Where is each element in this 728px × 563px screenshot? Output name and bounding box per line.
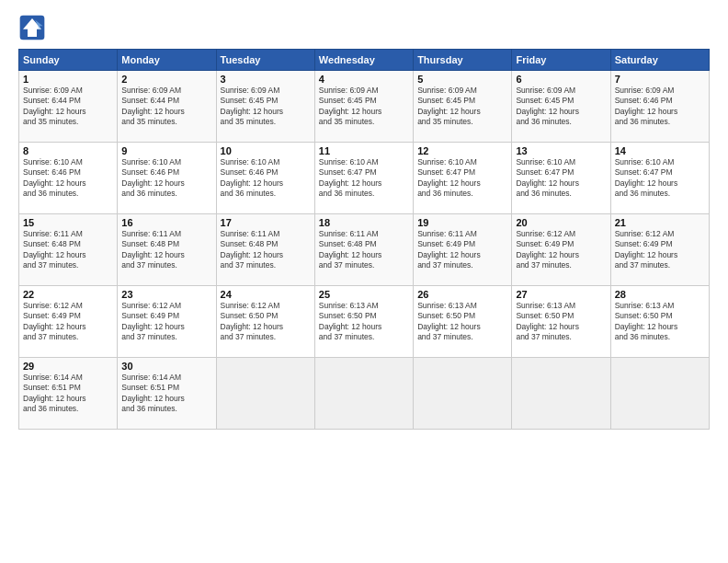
table-cell-24: 24 Sunrise: 6:12 AM Sunset: 6:50 PM Dayl…	[216, 286, 314, 358]
day-info: Sunrise: 6:14 AM Sunset: 6:51 PM Dayligh…	[23, 373, 113, 415]
logo-icon	[18, 14, 46, 41]
day-info: Sunrise: 6:09 AM Sunset: 6:44 PM Dayligh…	[23, 86, 113, 128]
table-cell-22: 22 Sunrise: 6:12 AM Sunset: 6:49 PM Dayl…	[19, 286, 118, 358]
table-cell-23: 23 Sunrise: 6:12 AM Sunset: 6:49 PM Dayl…	[118, 286, 216, 358]
table-cell-14: 14 Sunrise: 6:10 AM Sunset: 6:47 PM Dayl…	[610, 143, 709, 214]
table-cell-13: 13 Sunrise: 6:10 AM Sunset: 6:47 PM Dayl…	[512, 143, 610, 214]
day-number: 2	[121, 74, 211, 85]
day-number: 19	[417, 217, 507, 228]
day-number: 6	[516, 74, 606, 85]
day-info: Sunrise: 6:10 AM Sunset: 6:46 PM Dayligh…	[23, 157, 113, 200]
day-number: 30	[121, 361, 211, 372]
day-info: Sunrise: 6:12 AM Sunset: 6:49 PM Dayligh…	[121, 301, 211, 343]
table-cell-9: 9 Sunrise: 6:10 AM Sunset: 6:46 PM Dayli…	[118, 143, 216, 214]
table-cell-1: 1 Sunrise: 6:09 AM Sunset: 6:44 PM Dayli…	[19, 71, 118, 143]
table-cell-7: 7 Sunrise: 6:09 AM Sunset: 6:46 PM Dayli…	[610, 71, 709, 143]
table-cell-19: 19 Sunrise: 6:11 AM Sunset: 6:49 PM Dayl…	[414, 214, 512, 286]
table-cell-29: 29 Sunrise: 6:14 AM Sunset: 6:51 PM Dayl…	[19, 358, 118, 430]
header-wednesday: Wednesday	[314, 50, 413, 71]
day-number: 3	[221, 74, 311, 85]
day-info: Sunrise: 6:10 AM Sunset: 6:47 PM Dayligh…	[417, 157, 507, 200]
day-info: Sunrise: 6:09 AM Sunset: 6:45 PM Dayligh…	[221, 86, 311, 128]
day-number: 27	[516, 289, 606, 300]
day-number: 24	[221, 289, 311, 300]
day-number: 14	[615, 145, 705, 156]
table-cell-12: 12 Sunrise: 6:10 AM Sunset: 6:47 PM Dayl…	[414, 143, 512, 214]
page: Sunday Monday Tuesday Wednesday Thursday…	[0, 0, 728, 563]
day-number: 22	[23, 289, 113, 300]
header-sunday: Sunday	[19, 50, 118, 71]
day-info: Sunrise: 6:09 AM Sunset: 6:45 PM Dayligh…	[417, 86, 507, 128]
day-info: Sunrise: 6:10 AM Sunset: 6:47 PM Dayligh…	[615, 157, 705, 200]
day-number: 21	[615, 217, 705, 228]
day-number: 26	[417, 289, 507, 300]
day-info: Sunrise: 6:13 AM Sunset: 6:50 PM Dayligh…	[319, 301, 409, 343]
table-cell-8: 8 Sunrise: 6:10 AM Sunset: 6:46 PM Dayli…	[19, 143, 118, 214]
day-info: Sunrise: 6:09 AM Sunset: 6:45 PM Dayligh…	[319, 86, 409, 128]
day-number: 5	[417, 74, 507, 85]
table-cell-16: 16 Sunrise: 6:11 AM Sunset: 6:48 PM Dayl…	[118, 214, 216, 286]
table-cell-25: 25 Sunrise: 6:13 AM Sunset: 6:50 PM Dayl…	[314, 286, 413, 358]
table-cell-10: 10 Sunrise: 6:10 AM Sunset: 6:46 PM Dayl…	[216, 143, 314, 214]
day-number: 28	[615, 289, 705, 300]
table-cell-20: 20 Sunrise: 6:12 AM Sunset: 6:49 PM Dayl…	[512, 214, 610, 286]
day-info: Sunrise: 6:10 AM Sunset: 6:47 PM Dayligh…	[319, 157, 409, 200]
day-number: 15	[23, 217, 113, 228]
day-info: Sunrise: 6:13 AM Sunset: 6:50 PM Dayligh…	[615, 301, 705, 343]
day-info: Sunrise: 6:11 AM Sunset: 6:48 PM Dayligh…	[121, 229, 211, 271]
day-info: Sunrise: 6:09 AM Sunset: 6:45 PM Dayligh…	[516, 86, 606, 128]
header-tuesday: Tuesday	[216, 50, 314, 71]
table-cell-28: 28 Sunrise: 6:13 AM Sunset: 6:50 PM Dayl…	[610, 286, 709, 358]
day-number: 16	[121, 217, 211, 228]
table-cell-6: 6 Sunrise: 6:09 AM Sunset: 6:45 PM Dayli…	[512, 71, 610, 143]
day-info: Sunrise: 6:11 AM Sunset: 6:49 PM Dayligh…	[417, 229, 507, 271]
day-number: 8	[23, 145, 113, 156]
table-cell-2: 2 Sunrise: 6:09 AM Sunset: 6:44 PM Dayli…	[118, 71, 216, 143]
table-cell-21: 21 Sunrise: 6:12 AM Sunset: 6:49 PM Dayl…	[610, 214, 709, 286]
table-cell-27: 27 Sunrise: 6:13 AM Sunset: 6:50 PM Dayl…	[512, 286, 610, 358]
table-cell-5: 5 Sunrise: 6:09 AM Sunset: 6:45 PM Dayli…	[414, 71, 512, 143]
day-info: Sunrise: 6:14 AM Sunset: 6:51 PM Dayligh…	[121, 373, 211, 415]
day-number: 9	[121, 145, 211, 156]
table-cell-17: 17 Sunrise: 6:11 AM Sunset: 6:48 PM Dayl…	[216, 214, 314, 286]
header-saturday: Saturday	[610, 50, 709, 71]
table-cell-empty	[512, 358, 610, 430]
day-number: 12	[417, 145, 507, 156]
day-number: 23	[121, 289, 211, 300]
table-cell-15: 15 Sunrise: 6:11 AM Sunset: 6:48 PM Dayl…	[19, 214, 118, 286]
day-info: Sunrise: 6:10 AM Sunset: 6:46 PM Dayligh…	[121, 157, 211, 200]
day-number: 10	[221, 145, 311, 156]
day-number: 20	[516, 217, 606, 228]
table-cell-30: 30 Sunrise: 6:14 AM Sunset: 6:51 PM Dayl…	[118, 358, 216, 430]
calendar-table: Sunday Monday Tuesday Wednesday Thursday…	[18, 49, 710, 430]
table-cell-26: 26 Sunrise: 6:13 AM Sunset: 6:50 PM Dayl…	[414, 286, 512, 358]
day-number: 18	[319, 217, 409, 228]
day-info: Sunrise: 6:11 AM Sunset: 6:48 PM Dayligh…	[221, 229, 311, 271]
weekday-header-row: Sunday Monday Tuesday Wednesday Thursday…	[19, 50, 710, 71]
table-cell-empty	[216, 358, 314, 430]
day-info: Sunrise: 6:12 AM Sunset: 6:49 PM Dayligh…	[615, 229, 705, 271]
table-cell-4: 4 Sunrise: 6:09 AM Sunset: 6:45 PM Dayli…	[314, 71, 413, 143]
table-cell-18: 18 Sunrise: 6:11 AM Sunset: 6:48 PM Dayl…	[314, 214, 413, 286]
day-number: 13	[516, 145, 606, 156]
day-number: 4	[319, 74, 409, 85]
day-info: Sunrise: 6:11 AM Sunset: 6:48 PM Dayligh…	[23, 229, 113, 271]
day-number: 7	[615, 74, 705, 85]
table-cell-empty	[414, 358, 512, 430]
day-number: 25	[319, 289, 409, 300]
table-cell-empty	[314, 358, 413, 430]
day-info: Sunrise: 6:09 AM Sunset: 6:46 PM Dayligh…	[615, 86, 705, 128]
header-monday: Monday	[118, 50, 216, 71]
header-friday: Friday	[512, 50, 610, 71]
day-info: Sunrise: 6:13 AM Sunset: 6:50 PM Dayligh…	[516, 301, 606, 343]
day-info: Sunrise: 6:12 AM Sunset: 6:50 PM Dayligh…	[221, 301, 311, 343]
day-number: 11	[319, 145, 409, 156]
day-info: Sunrise: 6:13 AM Sunset: 6:50 PM Dayligh…	[417, 301, 507, 343]
day-number: 29	[23, 361, 113, 372]
header-thursday: Thursday	[414, 50, 512, 71]
day-info: Sunrise: 6:09 AM Sunset: 6:44 PM Dayligh…	[121, 86, 211, 128]
table-cell-3: 3 Sunrise: 6:09 AM Sunset: 6:45 PM Dayli…	[216, 71, 314, 143]
table-cell-empty	[610, 358, 709, 430]
day-info: Sunrise: 6:11 AM Sunset: 6:48 PM Dayligh…	[319, 229, 409, 271]
header	[18, 14, 710, 41]
